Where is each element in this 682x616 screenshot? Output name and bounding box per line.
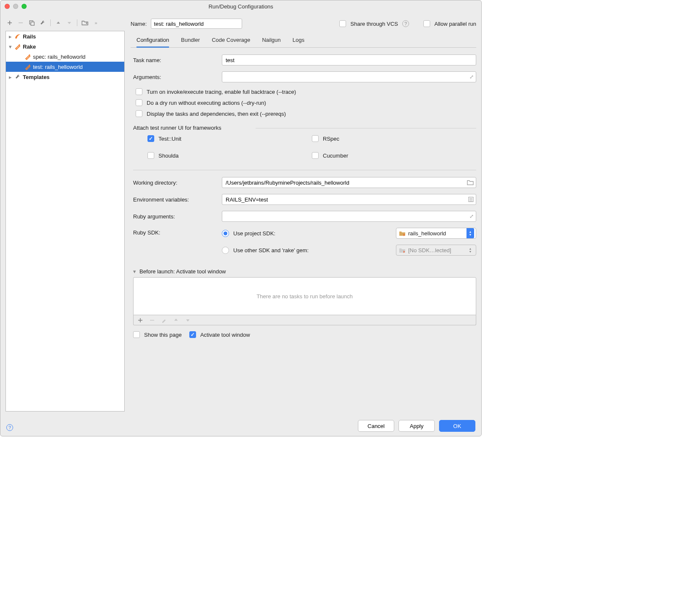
cancel-button[interactable]: Cancel: [358, 420, 394, 432]
window-minimize-button: [13, 4, 18, 9]
move-up-icon: [172, 317, 179, 324]
folder-icon: [399, 248, 406, 253]
frameworks-title: Attach test runner UI for frameworks: [133, 125, 476, 131]
help-icon[interactable]: ?: [402, 20, 409, 27]
tab-code-coverage[interactable]: Code Coverage: [212, 34, 250, 47]
parallel-run-checkbox[interactable]: [423, 20, 430, 27]
tab-configuration[interactable]: Configuration: [136, 34, 169, 48]
folder-icon: [399, 231, 406, 236]
move-up-icon[interactable]: [55, 19, 62, 26]
share-vcs-label: Share through VCS: [350, 21, 398, 27]
before-launch-toolbar: [133, 315, 476, 325]
working-dir-input[interactable]: [222, 177, 476, 188]
window-maximize-button[interactable]: [22, 4, 27, 9]
add-icon[interactable]: [6, 19, 13, 26]
rake-icon: [25, 53, 31, 60]
shoulda-label: Shoulda: [158, 153, 179, 159]
cucumber-checkbox[interactable]: [312, 152, 319, 159]
tree-label: Rails: [23, 33, 36, 40]
task-name-input[interactable]: [222, 55, 476, 65]
collapse-arrow-icon[interactable]: ▾: [133, 268, 136, 275]
folder-icon[interactable]: [82, 19, 88, 26]
copy-icon[interactable]: [28, 19, 35, 26]
wrench-icon: [14, 74, 21, 80]
expand-icon[interactable]: ⤢: [469, 213, 474, 219]
before-launch-empty: There are no tasks to run before launch: [256, 293, 353, 300]
expand-arrow-icon[interactable]: ▸: [8, 33, 13, 40]
project-sdk-dropdown[interactable]: rails_helloworld ▲▼: [396, 228, 476, 239]
dry-run-checkbox[interactable]: [136, 99, 142, 106]
show-page-label: Show this page: [144, 332, 182, 338]
ok-button[interactable]: OK: [439, 420, 475, 432]
tree-label: spec: rails_helloworld: [33, 54, 85, 60]
help-icon[interactable]: ?: [6, 424, 13, 431]
tab-bundler[interactable]: Bundler: [181, 34, 200, 47]
rspec-label: RSpec: [323, 136, 339, 142]
tree-node-rails[interactable]: ▸ Rails: [6, 31, 124, 41]
prereqs-checkbox[interactable]: [136, 110, 142, 117]
dropdown-value: [No SDK…lected]: [408, 247, 451, 253]
test-unit-label: Test::Unit: [158, 136, 181, 142]
remove-icon: [149, 317, 155, 324]
remove-icon[interactable]: [17, 19, 24, 26]
add-icon[interactable]: [137, 317, 144, 324]
window-close-button[interactable]: [5, 4, 10, 9]
list-icon[interactable]: [468, 197, 474, 202]
rake-icon: [14, 43, 21, 50]
tree-node-rake[interactable]: ▾ Rake: [6, 41, 124, 52]
trace-checkbox[interactable]: [136, 88, 142, 95]
tree-toolbar: »: [5, 17, 125, 28]
titlebar: Run/Debug Configurations: [0, 0, 481, 12]
use-project-sdk-radio[interactable]: [222, 230, 229, 237]
ruby-args-label: Ruby arguments:: [133, 213, 222, 220]
use-project-sdk-label: Use project SDK:: [233, 230, 392, 237]
dropdown-arrows-icon: ▲▼: [466, 245, 474, 255]
expand-arrow-icon[interactable]: ▸: [8, 74, 13, 80]
cucumber-label: Cucumber: [323, 153, 348, 159]
svg-rect-1: [31, 22, 34, 25]
apply-button[interactable]: Apply: [398, 420, 435, 432]
rails-icon: [14, 33, 21, 40]
ruby-args-input[interactable]: [222, 211, 476, 222]
dropdown-value: rails_helloworld: [408, 230, 446, 237]
other-sdk-dropdown: [No SDK…lected] ▲▼: [396, 245, 476, 256]
browse-folder-icon[interactable]: [467, 180, 474, 185]
show-page-checkbox[interactable]: [133, 331, 140, 338]
move-down-icon[interactable]: [66, 19, 73, 26]
rspec-checkbox[interactable]: [312, 135, 319, 142]
shoulda-checkbox[interactable]: [147, 152, 154, 159]
edit-icon: [161, 317, 167, 324]
use-other-sdk-label: Use other SDK and 'rake' gem:: [233, 247, 392, 253]
ruby-sdk-label: Ruby SDK:: [133, 228, 222, 236]
tree-node-rake-child[interactable]: spec: rails_helloworld: [6, 52, 124, 62]
trace-label: Turn on invoke/execute tracing, enable f…: [147, 89, 296, 95]
rake-icon: [25, 63, 31, 70]
overflow-icon[interactable]: »: [93, 19, 99, 26]
tree-node-templates[interactable]: ▸ Templates: [6, 72, 124, 82]
activate-tool-checkbox[interactable]: [189, 331, 196, 338]
dropdown-arrows-icon: ▲▼: [466, 228, 474, 238]
wrench-icon[interactable]: [39, 19, 46, 26]
task-name-label: Task name:: [133, 57, 222, 63]
before-launch-title: Before launch: Activate tool window: [139, 268, 226, 275]
tab-nailgun[interactable]: Nailgun: [262, 34, 281, 47]
tree-node-rake-child-selected[interactable]: test: rails_helloworld: [6, 62, 124, 72]
before-launch-header[interactable]: ▾ Before launch: Activate tool window: [133, 268, 476, 275]
tree-label: Rake: [23, 44, 36, 50]
expand-icon[interactable]: ⤢: [469, 74, 474, 80]
test-unit-checkbox[interactable]: [147, 135, 154, 142]
name-input[interactable]: [151, 19, 242, 29]
arguments-input[interactable]: [222, 71, 476, 82]
use-other-sdk-radio[interactable]: [222, 247, 229, 254]
name-label: Name:: [131, 21, 147, 27]
tab-logs[interactable]: Logs: [292, 34, 304, 47]
tree-label: Templates: [23, 74, 49, 80]
dry-run-label: Do a dry run without executing actions (…: [147, 100, 266, 106]
config-tree[interactable]: ▸ Rails ▾ Rake spec: rails_helloworld: [5, 31, 125, 412]
activate-tool-label: Activate tool window: [200, 332, 250, 338]
working-dir-label: Working directory:: [133, 180, 222, 186]
share-vcs-checkbox[interactable]: [339, 20, 346, 27]
tabs: Configuration Bundler Code Coverage Nail…: [131, 34, 476, 48]
collapse-arrow-icon[interactable]: ▾: [8, 44, 13, 50]
env-vars-input[interactable]: [222, 194, 476, 205]
